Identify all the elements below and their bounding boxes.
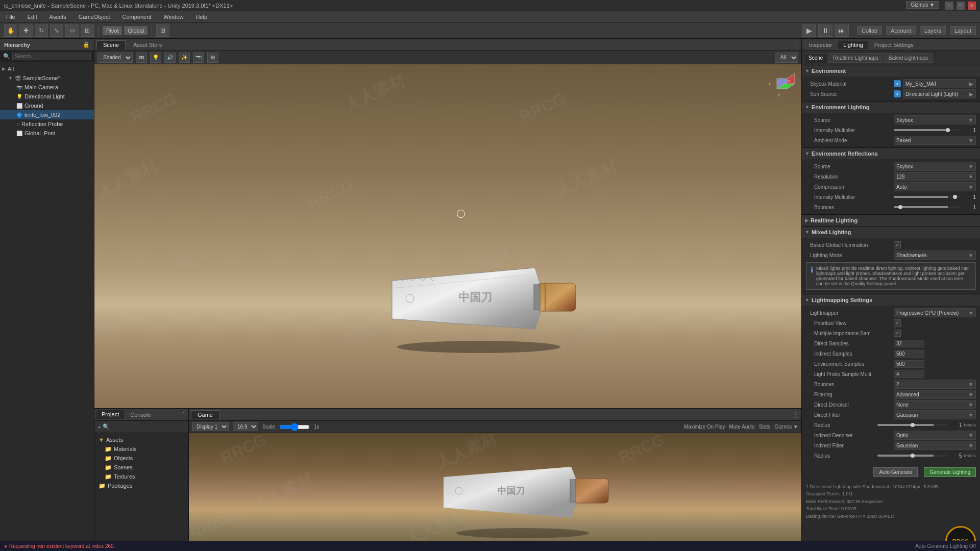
- search-project-btn[interactable]: 🔍: [103, 423, 110, 430]
- prioritize-view-checkbox[interactable]: ✓: [894, 319, 901, 327]
- tree-item-directionallight[interactable]: 💡 Directional Light: [0, 92, 94, 101]
- mode-2d[interactable]: 2D: [136, 53, 147, 63]
- lighting-mode-dropdown[interactable]: Shadowmask ▼: [894, 251, 976, 260]
- auto-generate-btn[interactable]: Auto Generate: [873, 467, 918, 477]
- tab-project[interactable]: Project: [96, 410, 124, 419]
- pause-button[interactable]: ⏸: [818, 24, 832, 37]
- sun-source-dropdown[interactable]: Directional Light (Light) ▶: [903, 89, 976, 98]
- add-folder-btn[interactable]: +: [97, 424, 101, 430]
- lp-sample-multi-val[interactable]: 4: [894, 370, 924, 378]
- menu-file[interactable]: File: [4, 13, 17, 21]
- skybox-material-dropdown[interactable]: My_Sky_MAT ▶: [903, 79, 976, 88]
- scene-lighting[interactable]: 💡: [150, 53, 161, 63]
- menu-window[interactable]: Window: [161, 13, 185, 21]
- display-dropdown[interactable]: Display 1: [192, 422, 229, 431]
- tree-item-all[interactable]: ▶ All: [0, 64, 94, 73]
- baked-gi-checkbox[interactable]: ✓: [894, 241, 901, 248]
- tab-scene[interactable]: Scene: [96, 40, 126, 49]
- indirect-samples-val[interactable]: 500: [894, 350, 924, 358]
- scene-fx[interactable]: ✨: [179, 53, 190, 63]
- layers-button[interactable]: Layers: [920, 26, 946, 35]
- maximize-on-play[interactable]: Maximize On Play: [684, 424, 725, 430]
- all-dropdown[interactable]: All: [775, 53, 798, 63]
- env-source-dropdown[interactable]: Skybox ▼: [894, 115, 976, 124]
- indirect-denoiser-dropdown[interactable]: Optix ▼: [894, 431, 976, 440]
- tree-item-samplescene[interactable]: ▼ 🎬 SampleScene*: [0, 73, 94, 83]
- proj-objects[interactable]: 📁 Objects: [94, 454, 188, 463]
- close-button[interactable]: ✕: [968, 2, 976, 10]
- refl-intensity-slider[interactable]: [894, 196, 962, 198]
- proj-textures[interactable]: 📁 Textures: [94, 472, 188, 481]
- lightmapper-dropdown[interactable]: Progressive GPU (Preview) ▼: [894, 308, 976, 317]
- tree-item-reflectionprobe[interactable]: ○ Reflection Probe: [0, 119, 94, 129]
- menu-help[interactable]: Help: [193, 13, 209, 21]
- gizmos-button[interactable]: Gizmos ▼: [906, 1, 939, 9]
- toolbar-global[interactable]: Global: [124, 26, 148, 35]
- collab-button[interactable]: Collab: [857, 26, 882, 35]
- play-button[interactable]: ▶: [802, 24, 816, 37]
- refl-source-dropdown[interactable]: Skybox ▼: [894, 162, 976, 171]
- tab-console[interactable]: Console: [125, 411, 156, 419]
- minimize-button[interactable]: −: [945, 2, 953, 10]
- scene-grid[interactable]: ⊞: [207, 53, 218, 63]
- viewport-gizmo[interactable]: X Y Z: [767, 68, 797, 99]
- menu-edit[interactable]: Edit: [26, 13, 39, 21]
- mixed-lighting-header[interactable]: ▼ Mixed Lighting: [802, 227, 980, 238]
- lightmapping-header[interactable]: ▼ Lightmapping Settings: [802, 294, 980, 306]
- compression-dropdown[interactable]: Auto ▼: [894, 182, 976, 191]
- menu-assets[interactable]: Assets: [47, 13, 68, 21]
- scale-slider[interactable]: [279, 423, 310, 431]
- proj-packages[interactable]: 📁 Packages: [94, 481, 188, 490]
- toolbar-transform[interactable]: ⊞: [81, 24, 94, 37]
- hierarchy-search-input[interactable]: [12, 53, 91, 60]
- menu-component[interactable]: Component: [120, 13, 153, 21]
- generate-lighting-btn[interactable]: Generate Lighting: [924, 467, 976, 477]
- toolbar-hand[interactable]: ✋: [4, 24, 17, 37]
- resolution-dropdown[interactable]: 128 ▼: [894, 172, 976, 181]
- ambient-mode-dropdown[interactable]: Baked ▼: [894, 136, 976, 145]
- tab-game[interactable]: Game: [191, 410, 219, 419]
- env-lighting-header[interactable]: ▼ Environment Lighting: [802, 102, 980, 113]
- tab-inspector[interactable]: Inspector: [804, 41, 837, 49]
- toolbar-scale[interactable]: ⤡: [50, 24, 63, 37]
- tree-item-maincamera[interactable]: 📷 Main Camera: [0, 83, 94, 92]
- gizmos-btn[interactable]: Gizmos ▼: [774, 424, 798, 430]
- toolbar-grid[interactable]: ⊞: [156, 24, 169, 37]
- direct-filter-dropdown[interactable]: Gaussian ▼: [894, 410, 976, 419]
- env-reflections-header[interactable]: ▼ Environment Reflections: [802, 148, 980, 159]
- project-panel-options[interactable]: ⋮: [181, 411, 186, 418]
- scene-cam[interactable]: 📷: [193, 53, 204, 63]
- toolbar-move[interactable]: ✚: [19, 24, 33, 37]
- tree-item-ground[interactable]: ⬜ Ground: [0, 101, 94, 110]
- mute-audio[interactable]: Mute Audio: [729, 424, 755, 430]
- maximize-button[interactable]: □: [957, 2, 965, 10]
- lighting-tab-scene[interactable]: Scene: [804, 53, 827, 63]
- proj-favorites[interactable]: ▼ Assets: [94, 435, 188, 444]
- toolbar-rect[interactable]: ▭: [65, 24, 79, 37]
- layout-button[interactable]: Layout: [950, 26, 976, 35]
- tree-item-knife[interactable]: 🔷 knife_low_002: [0, 110, 94, 119]
- tree-item-globalpost[interactable]: ⬜ Global_Post: [0, 129, 94, 138]
- scene-audio[interactable]: 🔊: [164, 53, 176, 63]
- env-samples-val[interactable]: 500: [894, 360, 924, 368]
- menu-gameobject[interactable]: GameObject: [77, 13, 112, 21]
- lighting-tab-baked[interactable]: Baked Lightmaps: [884, 53, 933, 63]
- intensity-slider[interactable]: [894, 129, 962, 131]
- scene-viewport[interactable]: RRCG 人人素材 RRCG 人人素材 RRCG 人人素材 RRCG 人人素材 …: [94, 64, 801, 408]
- proj-materials[interactable]: 📁 Materials: [94, 444, 188, 454]
- lighting-tab-realtime[interactable]: Realtime Lightmaps: [828, 53, 883, 63]
- tab-asset-store[interactable]: Asset Store: [127, 40, 169, 49]
- indirect-filter-dropdown[interactable]: Gaussian ▼: [894, 441, 976, 450]
- mis-checkbox[interactable]: ✓: [894, 330, 901, 337]
- game-panel-options[interactable]: ⋮: [792, 411, 799, 419]
- indirect-radius-slider[interactable]: [877, 455, 947, 457]
- filtering-dropdown[interactable]: Advanced ▼: [894, 390, 976, 399]
- realtime-lighting-header[interactable]: ▶ Realtime Lighting: [802, 215, 980, 226]
- step-button[interactable]: ⏭: [835, 24, 849, 37]
- tab-project-settings[interactable]: Project Settings: [869, 41, 919, 49]
- bounces-slider[interactable]: [894, 206, 962, 208]
- stats-btn[interactable]: Stats: [759, 424, 771, 430]
- environment-section-header[interactable]: ▼ Environment: [802, 65, 980, 77]
- direct-denoiser-dropdown[interactable]: None ▼: [894, 400, 976, 409]
- lm-bounces-dropdown[interactable]: 2 ▼: [894, 380, 976, 389]
